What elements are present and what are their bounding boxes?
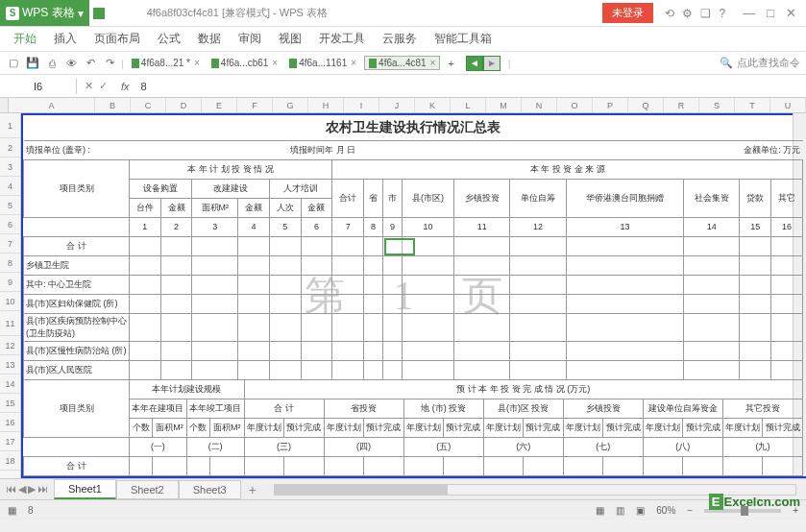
menu-insert[interactable]: 插入 [54,31,77,47]
grid-icon[interactable]: ▦ [8,505,16,516]
row-header[interactable]: 16 [0,413,20,432]
col-header[interactable]: D [166,98,202,112]
tab-next-icon[interactable]: ▶ [28,483,36,496]
row-header[interactable]: 17 [0,432,20,451]
row-header[interactable]: 7 [0,234,20,254]
close-icon[interactable]: × [194,58,200,68]
row-header[interactable]: 10 [0,292,20,311]
zoom-out-button[interactable]: − [687,505,693,516]
menu-formula[interactable]: 公式 [158,31,181,47]
close-icon[interactable]: × [272,58,278,68]
row-header[interactable]: 1 [0,113,20,138]
tab-next-button[interactable]: ► [483,56,501,71]
window-icon[interactable]: ❏ [700,7,711,20]
fx-label[interactable]: fx [115,81,135,92]
print-icon[interactable]: ⎙ [44,56,60,71]
menu-view[interactable]: 视图 [279,31,302,47]
brand-watermark: EExcelcn.com [709,495,800,509]
help-icon[interactable]: ? [719,7,725,20]
minimize-button[interactable]: — [743,6,755,20]
menu-review[interactable]: 审阅 [238,31,261,47]
app-menu-caret[interactable]: ▾ [78,7,84,20]
row-header[interactable]: 18 [0,451,20,471]
sheet-content[interactable]: 第 1 页 农村卫生建设执行情况汇总表 填报单位 (盖章) : 填报时间年 月 … [21,113,806,478]
row-header[interactable]: 9 [0,273,20,292]
zoom-level[interactable]: 60% [656,505,675,516]
row-header[interactable]: 11 [0,311,20,336]
col-header[interactable]: E [202,98,237,112]
col-header[interactable]: A [9,98,95,112]
row-header[interactable]: 6 [0,215,20,234]
col-header[interactable]: M [486,98,522,112]
col-header[interactable]: R [664,98,699,112]
col-header[interactable]: I [344,98,379,112]
row-header[interactable]: 15 [0,394,20,413]
menu-cloud[interactable]: 云服务 [382,31,417,47]
app-badge[interactable]: WPS 表格 ▾ [0,0,89,26]
tab-prev-icon[interactable]: ◀ [18,483,26,496]
login-button[interactable]: 未登录 [602,3,653,23]
menu-layout[interactable]: 页面布局 [94,31,140,47]
undo-icon[interactable]: ↶ [83,56,98,71]
sheet-tab-2[interactable]: Sheet2 [116,480,179,499]
doc-tab-4[interactable]: 4f6a...4c81× [364,56,440,70]
cancel-icon[interactable]: ✕ [85,80,93,92]
view-page-icon[interactable]: ▥ [616,505,624,516]
col-header[interactable]: Q [628,98,664,112]
confirm-icon[interactable]: ✓ [99,80,108,92]
close-button[interactable]: ✕ [786,6,796,20]
sheet-tab-3[interactable]: Sheet3 [179,480,241,499]
col-header[interactable]: P [593,98,628,112]
view-full-icon[interactable]: ▣ [636,505,645,516]
col-header[interactable]: N [522,98,557,112]
maximize-button[interactable]: □ [767,6,774,20]
tab-first-icon[interactable]: ⏮ [6,483,16,496]
settings-icon[interactable]: ⚙ [682,7,693,20]
menu-home[interactable]: 开始 [13,31,37,47]
add-sheet-button[interactable]: + [241,482,264,497]
menu-data[interactable]: 数据 [198,31,221,47]
col-header[interactable]: H [308,98,344,112]
doc-tab-1[interactable]: 4f6a8...21 *× [128,57,204,69]
view-normal-icon[interactable]: ▦ [596,505,604,516]
status-value: 8 [28,505,34,516]
tab-last-icon[interactable]: ⏭ [37,483,48,496]
close-icon[interactable]: × [351,58,356,68]
doc-tab-2[interactable]: 4f6a...cb61× [208,57,281,69]
sync-icon[interactable]: ⟲ [665,7,674,20]
save-icon[interactable]: 💾 [25,56,40,71]
preview-icon[interactable]: 👁 [63,56,79,71]
col-header[interactable]: J [379,98,415,112]
command-search[interactable]: 🔍 点此查找命令 [720,56,800,70]
tab-prev-button[interactable]: ◄ [466,56,483,71]
menu-tools[interactable]: 智能工具箱 [434,31,492,47]
col-header[interactable]: U [770,98,806,112]
row-header[interactable]: 5 [0,196,20,215]
sheet-tab-1[interactable]: Sheet1 [54,479,116,499]
row-header[interactable]: 3 [0,157,20,177]
add-tab-button[interactable]: + [444,58,457,69]
col-header[interactable]: C [131,98,166,112]
row-header[interactable]: 2 [0,138,20,157]
col-header[interactable]: S [699,98,735,112]
col-header[interactable]: L [451,98,486,112]
row-header[interactable]: 8 [0,254,20,273]
new-icon[interactable]: ▢ [6,56,21,71]
row-header[interactable]: 13 [0,355,20,375]
col-header[interactable]: O [557,98,593,112]
close-icon[interactable]: × [430,58,436,68]
col-header[interactable]: G [273,98,308,112]
formula-input[interactable]: 8 [135,79,806,94]
menu-dev[interactable]: 开发工具 [319,31,365,47]
row-header[interactable]: 12 [0,336,20,355]
row-header[interactable]: 14 [0,375,20,394]
row-header[interactable]: 4 [0,177,20,196]
col-header[interactable]: F [237,98,273,112]
select-all-corner[interactable] [0,98,9,112]
col-header[interactable]: K [415,98,451,112]
doc-tab-3[interactable]: 4f6a...1161× [285,57,360,69]
col-header[interactable]: B [95,98,131,112]
redo-icon[interactable]: ↷ [102,56,117,71]
name-box[interactable]: I6 [0,79,77,94]
col-header[interactable]: T [735,98,770,112]
